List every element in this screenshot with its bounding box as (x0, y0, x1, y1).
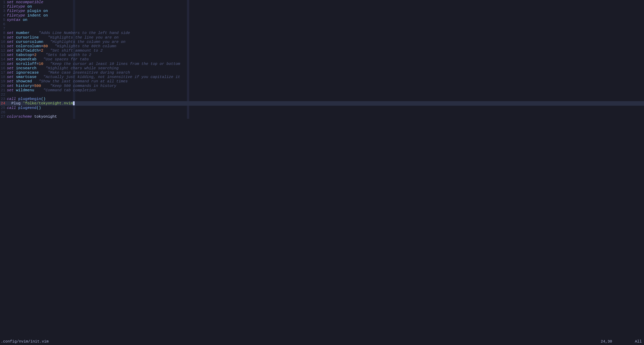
token-option: wildmenu (16, 88, 34, 92)
line-number: 22 (0, 92, 7, 97)
code-line[interactable]: 10set cursorcolumn "Highlights the colum… (0, 40, 644, 44)
line-number: 13 (0, 53, 7, 57)
code-line[interactable]: 2filetype on (0, 4, 644, 9)
code-content[interactable]: set cursorcolumn "Highlights the column … (7, 40, 644, 44)
token-plain: = (32, 53, 34, 57)
code-line[interactable]: 24 Plug 'folke/tokyonight.nvim' (0, 101, 644, 105)
code-content[interactable]: filetype indent on (7, 13, 644, 18)
token-comment: "Highlights the 80th column (55, 44, 116, 48)
line-number: 17 (0, 70, 7, 75)
code-line[interactable]: 27colorscheme tokyonight (0, 114, 644, 119)
code-content[interactable]: set number "Adds Line Numbers to the lef… (7, 31, 644, 35)
line-number: 12 (0, 48, 7, 53)
token-punct: () (36, 106, 41, 110)
code-line[interactable]: 15set scrolloff=10 "Keep the cursor at l… (0, 62, 644, 66)
code-line[interactable]: 21set wildmenu "Command tab completion (0, 88, 644, 92)
token-plain (20, 18, 23, 22)
token-keyword: set (7, 88, 14, 92)
code-line[interactable]: 25call plug#end() (0, 106, 644, 110)
token-value: 2 (41, 48, 43, 53)
code-content[interactable] (7, 92, 644, 97)
code-content[interactable]: set tabstop=2 "Sets tab width to 2 (7, 53, 644, 57)
token-keyword: set (7, 40, 14, 44)
code-content[interactable]: set nocompatible (7, 0, 644, 4)
token-comment: "Keep 500 commands in history (50, 84, 116, 88)
token-keyword: set (7, 62, 14, 66)
code-content[interactable]: set smartcase "Actually just kidding, no… (7, 75, 644, 79)
line-number: 1 (0, 0, 7, 4)
code-content[interactable]: set colorcolumn=80 "Highlights the 80th … (7, 44, 644, 48)
code-line[interactable]: 3filetype plugin on (0, 9, 644, 13)
code-line[interactable]: 19set showcmd "Show the last command run… (0, 79, 644, 83)
code-content[interactable]: set cursorline "Highlights the line you … (7, 35, 644, 40)
token-option: number (16, 31, 30, 35)
line-number: 8 (0, 31, 7, 35)
code-line[interactable]: 14set expandtab "Use spaces for tabs (0, 57, 644, 61)
code-line[interactable]: 20set history=500 "Keep 500 commands in … (0, 84, 644, 88)
status-line: .config/nvim/init.vim 24,30 All (0, 338, 644, 345)
token-option: ignorecase (16, 70, 39, 75)
token-plain (14, 84, 16, 88)
code-line[interactable]: 7 (0, 26, 644, 31)
code-line[interactable]: 13set tabstop=2 "Sets tab width to 2 (0, 53, 644, 57)
token-func: plug#begin (18, 97, 41, 101)
token-keyword: call (7, 106, 16, 110)
code-content[interactable]: set history=500 "Keep 500 commands in hi… (7, 84, 644, 88)
line-number: 20 (0, 84, 7, 88)
code-content[interactable]: Plug 'folke/tokyonight.nvim' (7, 101, 644, 105)
code-content[interactable]: set ignorecase "Make case insensitive du… (7, 70, 644, 75)
editor-viewport[interactable]: 1set nocompatible2filetype on3filetype p… (0, 0, 644, 338)
code-content[interactable] (7, 22, 644, 26)
token-comment: "Use spaces for tabs (43, 57, 89, 61)
code-line[interactable]: 18set smartcase "Actually just kidding, … (0, 75, 644, 79)
token-value: 2 (34, 53, 36, 57)
code-line[interactable]: 1set nocompatible (0, 0, 644, 4)
code-content[interactable]: set shiftwidth=2 "Set shift ammount to 2 (7, 48, 644, 53)
token-plain (25, 9, 27, 13)
code-content[interactable]: call plug#begin() (7, 97, 644, 101)
token-plain (43, 62, 50, 66)
code-content[interactable]: colorscheme tokyonight (7, 114, 644, 119)
token-option: on (43, 13, 48, 18)
code-line[interactable]: 4filetype indent on (0, 13, 644, 18)
code-content[interactable] (7, 26, 644, 31)
token-keyword: filetype (7, 13, 25, 18)
code-line[interactable]: 22 (0, 92, 644, 97)
code-content[interactable]: set scrolloff=10 "Keep the cursor at lea… (7, 62, 644, 66)
code-line[interactable]: 11set colorcolumn=80 "Highlights the 80t… (0, 44, 644, 48)
code-content[interactable]: set showcmd "Show the last command run a… (7, 79, 644, 83)
token-plain (16, 106, 18, 110)
code-line[interactable]: 23call plug#begin() (0, 97, 644, 101)
code-line[interactable]: 16set incsearch "Highlight chars while s… (0, 66, 644, 70)
code-content[interactable]: set expandtab "Use spaces for tabs (7, 57, 644, 61)
token-plain (14, 48, 16, 53)
code-line[interactable]: 12set shiftwidth=2 "Set shift ammount to… (0, 48, 644, 53)
token-comment: "Sets tab width to 2 (46, 53, 91, 57)
code-content[interactable]: call plug#end() (7, 106, 644, 110)
code-lines[interactable]: 1set nocompatible2filetype on3filetype p… (0, 0, 644, 119)
code-content[interactable]: set wildmenu "Command tab completion (7, 88, 644, 92)
code-line[interactable]: 9set cursorline "Highlights the line you… (0, 35, 644, 40)
code-line[interactable]: 6 (0, 22, 644, 26)
token-plain (32, 79, 39, 83)
code-content[interactable]: syntax on (7, 18, 644, 22)
code-line[interactable]: 17set ignorecase "Make case insensitive … (0, 70, 644, 75)
token-keyword: set (7, 48, 14, 53)
token-plain (14, 88, 16, 92)
token-keyword: nocompatible (16, 0, 43, 4)
token-keyword: set (7, 79, 14, 83)
code-content[interactable] (7, 110, 644, 114)
token-comment: "Set shift ammount to 2 (50, 48, 102, 53)
code-line[interactable]: 8set number "Adds Line Numbers to the le… (0, 31, 644, 35)
token-plain: = (41, 44, 43, 48)
code-content[interactable]: set incsearch "Highlight chars while sea… (7, 66, 644, 70)
token-plain (36, 75, 43, 79)
token-keyword: syntax (7, 18, 20, 22)
token-plain (14, 66, 16, 70)
code-content[interactable]: filetype plugin on (7, 9, 644, 13)
code-line[interactable]: 5syntax on (0, 18, 644, 22)
code-line[interactable]: 26 (0, 110, 644, 114)
code-content[interactable]: filetype on (7, 4, 644, 9)
token-option: on (23, 18, 27, 22)
token-keyword: set (7, 35, 14, 40)
